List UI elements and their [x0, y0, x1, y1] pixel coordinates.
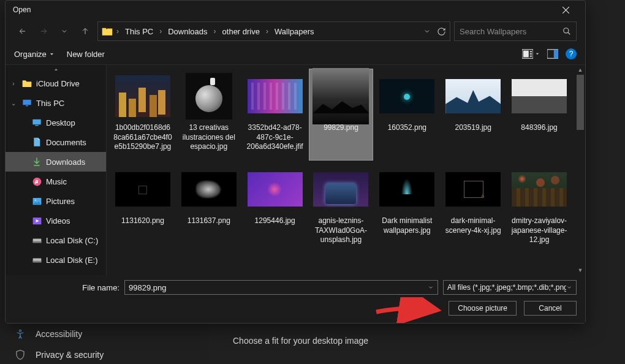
new-folder-label: New folder — [67, 50, 105, 59]
file-item[interactable]: 99829.png — [309, 69, 374, 161]
search-input[interactable] — [460, 27, 562, 36]
forward-button[interactable] — [35, 23, 52, 40]
breadcrumb-item[interactable]: Wallpapers — [272, 26, 317, 37]
scroll-track[interactable] — [575, 75, 585, 265]
file-name-label: 848396.jpg — [520, 123, 558, 133]
svg-rect-9 — [23, 100, 31, 105]
vertical-scrollbar[interactable]: ▲ ▼ — [575, 65, 585, 275]
choose-picture-button[interactable]: Choose picture — [449, 301, 517, 316]
file-name-input[interactable]: 99829.png — [124, 280, 438, 295]
breadcrumb-separator: › — [115, 27, 120, 36]
breadcrumb-item[interactable]: This PC — [123, 26, 156, 37]
settings-nav-accessibility[interactable]: Accessibility — [15, 328, 82, 339]
tree-item-local-disk-e-[interactable]: Local Disk (E:) — [6, 250, 106, 270]
chevron-down-icon[interactable] — [428, 284, 434, 290]
file-name-label: 1131637.png — [186, 216, 232, 226]
tree-item-videos[interactable]: Videos — [6, 211, 106, 230]
svg-rect-6 — [530, 56, 532, 57]
nav-row: › This PC › Downloads › other drive › Wa… — [6, 19, 585, 44]
chevron-down-icon — [566, 284, 572, 290]
chevron-down-icon — [61, 28, 68, 35]
settings-nav-label: Privacy & security — [36, 350, 104, 360]
help-button[interactable]: ? — [566, 48, 577, 59]
refresh-icon[interactable] — [437, 27, 446, 36]
close-button[interactable] — [553, 1, 578, 19]
scroll-up-button[interactable]: ▲ — [575, 65, 585, 75]
search-box[interactable] — [454, 21, 577, 41]
file-thumbnail — [181, 72, 237, 121]
file-item[interactable]: 203519.jpg — [441, 69, 506, 161]
settings-nav-privacy[interactable]: Privacy & security — [15, 349, 104, 360]
breadcrumb-separator: › — [213, 27, 218, 36]
file-grid[interactable]: 1b00db2f0168d68ca661a67cbe4f0e5b15290be7… — [107, 65, 575, 275]
tree-item-label: Desktop — [46, 118, 75, 127]
tree-item-desktop[interactable]: Desktop — [6, 113, 106, 132]
cancel-button[interactable]: Cancel — [524, 301, 577, 316]
titlebar: Open — [6, 1, 585, 19]
scroll-down-button[interactable]: ▼ — [575, 265, 585, 275]
chevron-down-icon[interactable] — [423, 28, 431, 35]
file-item[interactable] — [309, 255, 374, 275]
up-button[interactable] — [77, 23, 94, 40]
new-folder-button[interactable]: New folder — [67, 50, 105, 59]
address-bar[interactable]: › This PC › Downloads › other drive › Wa… — [97, 21, 450, 41]
file-name-label: agnis-leznins-TAXWIad0GoA-unsplash.jpg — [311, 216, 372, 245]
music-icon — [31, 177, 42, 186]
file-thumbnail — [247, 165, 303, 214]
file-item[interactable]: 3352bd42-ad78-487c-9c1e-206a6d340efe.jfi… — [243, 69, 308, 161]
tree-item-this-pc[interactable]: ⌄This PC — [6, 93, 106, 113]
search-icon — [562, 27, 571, 36]
organize-button[interactable]: Organize — [14, 50, 55, 59]
tree-chevron-icon[interactable]: ⌄ — [9, 100, 18, 107]
file-item[interactable]: 848396.jpg — [507, 69, 572, 161]
chevron-down-icon — [49, 51, 55, 57]
file-item[interactable]: 1131637.png — [176, 162, 241, 254]
scroll-thumb[interactable] — [577, 75, 584, 130]
tree-item-label: This PC — [36, 99, 64, 108]
pictures-icon — [31, 197, 42, 205]
organize-label: Organize — [14, 50, 47, 59]
tree-item-label: Videos — [46, 216, 70, 226]
file-type-select[interactable]: All files (*.jpg;*.jpeg;*.bmp;*.dib;*.pn… — [443, 280, 577, 295]
breadcrumb-item[interactable]: Downloads — [165, 26, 210, 37]
file-item[interactable]: 160352.png — [374, 69, 439, 161]
file-item[interactable]: 13 creativas ilustraciones del espacio.j… — [176, 69, 241, 161]
view-mode-button[interactable] — [522, 49, 540, 59]
tree-chevron-icon[interactable]: › — [9, 80, 18, 87]
file-item[interactable]: 1131620.png — [110, 162, 175, 254]
file-thumbnail — [312, 165, 369, 214]
file-item[interactable]: agnis-leznins-TAXWIad0GoA-unsplash.jpg — [309, 162, 374, 254]
file-item[interactable]: 1295446.jpg — [243, 162, 308, 254]
file-name-label: 1295446.jpg — [254, 216, 297, 226]
tree-item-local-disk-c-[interactable]: Local Disk (C:) — [6, 230, 106, 250]
thumbnails-icon — [522, 49, 533, 59]
tree-item-pictures[interactable]: Pictures — [6, 191, 106, 211]
file-item[interactable]: dark-minimal-scenery-4k-xj.jpg — [441, 162, 506, 254]
content-area: 1b00db2f0168d68ca661a67cbe4f0e5b15290be7… — [107, 65, 585, 275]
back-button[interactable] — [14, 23, 31, 40]
preview-pane-button[interactable] — [547, 49, 558, 59]
toolbar: Organize New folder ? — [6, 44, 585, 64]
arrow-right-icon — [39, 26, 48, 36]
tree-item-documents[interactable]: Documents — [6, 132, 106, 152]
file-thumbnail — [115, 165, 171, 214]
tree-item-downloads[interactable]: Downloads — [6, 152, 106, 172]
accessibility-icon — [15, 328, 26, 339]
tree-item-label: Downloads — [46, 157, 85, 167]
recent-button[interactable] — [56, 23, 73, 40]
close-icon — [562, 7, 569, 13]
file-item[interactable]: dmitry-zaviyalov-japanese-village-12.jpg — [507, 162, 572, 254]
file-item[interactable]: Dark minimalist wallpapers.jpg — [374, 162, 439, 254]
arrow-up-icon — [80, 26, 90, 36]
shield-icon — [15, 349, 26, 360]
tree-item-icloud-drive[interactable]: ›iCloud Drive — [6, 74, 106, 93]
breadcrumb-item[interactable]: other drive — [220, 26, 262, 37]
file-thumbnail — [379, 165, 435, 214]
chevron-down-icon — [535, 51, 540, 56]
file-thumbnail — [115, 72, 171, 121]
tree-item-music[interactable]: Music — [6, 172, 106, 191]
monitor-icon — [21, 99, 32, 107]
sidebar-scroll-up[interactable] — [6, 65, 106, 74]
file-item[interactable]: 1b00db2f0168d68ca661a67cbe4f0e5b15290be7… — [110, 69, 175, 161]
file-thumbnail — [511, 165, 567, 214]
